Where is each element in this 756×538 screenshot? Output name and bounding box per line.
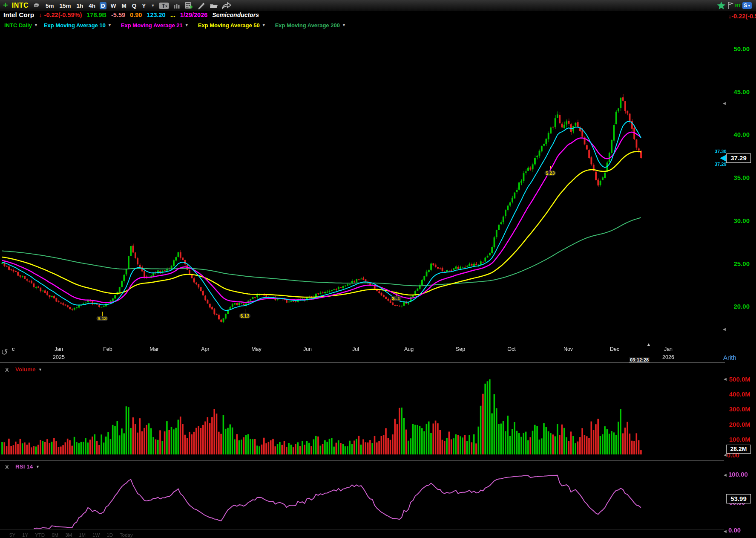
range-link-1D[interactable]: 1D	[106, 532, 113, 538]
realtime-badge: RT	[735, 3, 741, 8]
month-label-Mar: Mar	[141, 346, 167, 352]
indicator-ema-50[interactable]: Exp Moving Average 50▼	[198, 22, 266, 29]
timeframe-Q[interactable]: Q	[131, 2, 138, 9]
scale-marker-icon-2: ◄	[723, 376, 727, 382]
rsi-pane-title[interactable]: RSI 14	[15, 463, 33, 470]
ticker-tool-icon[interactable]: T	[158, 2, 170, 9]
company-name: Intel Corp	[3, 11, 34, 19]
last-price-box: 37.29	[726, 153, 751, 163]
scale-marker-icon-5: ◄	[723, 529, 727, 534]
price-tick-20.00: 20.00	[719, 303, 750, 310]
timeframe-caret-icon[interactable]: ▼	[151, 3, 155, 8]
corner-change: ↓-0.22(-0.59%)	[728, 12, 756, 20]
timeframe-15m[interactable]: 15m	[58, 2, 72, 9]
month-label-Dec: Dec	[602, 346, 627, 352]
price-tick-40.00: 40.00	[719, 131, 750, 138]
timeframe-list: 5m15m1h4hDWMQY	[44, 2, 147, 9]
indicator-label: Exp Moving Average 21	[121, 22, 183, 29]
axis-label-partial: c	[12, 346, 14, 352]
toolbar: + INTC 5m15m1h4hDWMQY ▼ T	[0, 0, 756, 11]
volume-pane-title[interactable]: Volume	[15, 366, 36, 373]
star-icon[interactable]	[717, 1, 726, 10]
month-label-Jun: Jun	[295, 346, 320, 352]
timeframe-W[interactable]: W	[109, 2, 118, 9]
dividend-badge-3: $.23	[544, 171, 556, 176]
chart-window: + INTC 5m15m1h4hDWMQY ▼ T	[0, 0, 756, 538]
last-price-arrow-icon	[720, 155, 726, 162]
dividend-badge-2: $-.1	[391, 296, 402, 301]
pane-divider-rsi-bottom	[0, 529, 724, 529]
rsi-pane-caret-icon[interactable]: ▼	[36, 465, 40, 469]
price-tick-30.00: 30.00	[719, 217, 750, 224]
price-chart-canvas[interactable]	[0, 0, 756, 538]
flag-icon[interactable]	[727, 2, 733, 9]
refresh-range-icon[interactable]: ↺	[1, 347, 8, 357]
series-selector[interactable]: INTC Daily▼	[4, 22, 38, 29]
quote-stat-cyan: 123.20	[147, 12, 165, 18]
indicator-bar: INTC Daily▼ Exp Moving Average 10▼Exp Mo…	[0, 20, 756, 30]
range-link-YTD[interactable]: YTD	[35, 532, 45, 538]
volume-pane-close-button[interactable]: X	[5, 367, 9, 373]
range-link-1M[interactable]: 1M	[79, 532, 86, 538]
bars-icon[interactable]	[173, 3, 180, 9]
printer-icon[interactable]	[32, 2, 40, 9]
indicator-caret-icon[interactable]: ▼	[108, 23, 112, 27]
range-link-5Y[interactable]: 5Y	[9, 532, 15, 538]
stream-badge[interactable]: S▼	[742, 2, 752, 9]
indicator-caret-icon[interactable]: ▼	[262, 23, 266, 27]
timeframe-D[interactable]: D	[100, 2, 106, 9]
indicator-ema-200[interactable]: Exp Moving Average 200▼	[275, 22, 346, 29]
ask-price-label: 37.30	[715, 149, 726, 154]
scale-marker-icon-4: ◄	[723, 472, 727, 477]
range-link-1W[interactable]: 1W	[92, 532, 100, 538]
quote-ellipsis[interactable]: ...	[170, 12, 175, 18]
indicator-ema-10[interactable]: Exp Moving Average 10▼	[44, 22, 112, 29]
rsi-top-label: 100.00	[728, 471, 748, 478]
timeframe-M[interactable]: M	[121, 2, 128, 9]
range-link-Today[interactable]: Today	[120, 532, 133, 538]
ema-list: Exp Moving Average 10▼Exp Moving Average…	[44, 22, 349, 29]
toolbar-right: RT S▼	[717, 1, 752, 10]
range-link-3M[interactable]: 3M	[65, 532, 72, 538]
price-tick-25.00: 25.00	[719, 260, 750, 267]
volume-tick-300.0M: 300.0M	[720, 405, 750, 413]
timeframe-5m[interactable]: 5m	[44, 2, 55, 9]
rsi-zero-label: 0.00	[728, 526, 741, 534]
price-tick-35.00: 35.00	[719, 174, 750, 181]
indicator-label: Exp Moving Average 10	[44, 22, 106, 29]
folder-icon[interactable]	[209, 2, 218, 9]
month-label-Feb: Feb	[95, 346, 121, 352]
share-icon[interactable]	[222, 2, 231, 9]
dividend-badge-1: $.13	[239, 313, 250, 318]
year-label-2025: 2025	[46, 354, 72, 360]
quote-market-cap: 178.9B	[86, 12, 106, 18]
axis-scale-label[interactable]: Arith	[723, 354, 736, 361]
rsi-pane-close-button[interactable]: X	[5, 464, 9, 470]
month-label-Sep: Sep	[448, 346, 473, 352]
add-symbol-icon[interactable]: +	[3, 1, 8, 9]
timeframe-1h[interactable]: 1h	[75, 2, 85, 9]
range-link-6M[interactable]: 6M	[52, 532, 58, 538]
year-label-2026: 2026	[655, 354, 681, 360]
timeframe-Y[interactable]: Y	[141, 2, 147, 9]
range-link-1Y[interactable]: 1Y	[22, 532, 28, 538]
pane-divider-price-volume[interactable]	[0, 362, 725, 363]
volume-pane-caret-icon[interactable]: ▼	[38, 367, 42, 372]
month-label-Apr: Apr	[193, 346, 218, 352]
indicator-ema-21[interactable]: Exp Moving Average 21▼	[121, 22, 189, 29]
indicator-label: Exp Moving Average 50	[198, 22, 260, 29]
quote-change: -0.22(-0.59%)	[44, 12, 82, 18]
price-tick-50.00: 50.00	[719, 45, 750, 52]
indicator-caret-icon[interactable]: ▼	[342, 23, 346, 27]
range-link-bar: 5Y1YYTD6M3M1M1W1DToday	[9, 532, 133, 538]
last-rsi-box: 53.99	[726, 494, 751, 503]
bid-price-label: 37.29	[715, 162, 726, 167]
pane-divider-volume-rsi[interactable]	[0, 460, 724, 461]
calculator-add-icon[interactable]	[184, 2, 193, 9]
timeframe-4h[interactable]: 4h	[87, 2, 97, 9]
indicator-caret-icon[interactable]: ▼	[185, 23, 189, 27]
pencil-icon[interactable]	[197, 2, 205, 9]
symbol-input[interactable]: INTC	[12, 2, 29, 9]
quote-sector[interactable]: Semiconductors	[212, 12, 259, 18]
quote-date: 1/29/2026	[180, 12, 208, 18]
